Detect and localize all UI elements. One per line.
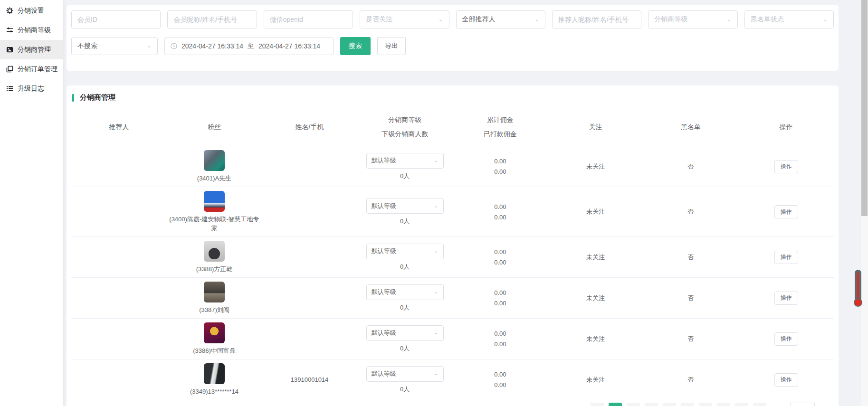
blacklist-value: 否 [643, 376, 739, 384]
fan-name: (3386)中国富鼎 [167, 346, 262, 355]
pagination-page[interactable] [735, 403, 748, 406]
pagination [591, 403, 815, 406]
level-select[interactable]: 默认等级⌄ [366, 284, 444, 300]
member-id-input[interactable] [71, 10, 161, 28]
avatar [204, 150, 225, 171]
fan-name: (3387)刘闯 [167, 305, 262, 314]
commission-total: 0.00 [453, 203, 548, 210]
search-mode-select[interactable]: 不搜索 ⌄ [71, 37, 158, 55]
table-row: 总店 (3387)刘闯 默认等级⌄ 0人 0.000.00 未关注 否 操作 [71, 277, 834, 318]
avatar [204, 191, 225, 212]
col-fans: 粉丝 [167, 123, 262, 132]
sidebar-item-label: 分销商管理 [18, 46, 51, 54]
distributor-level-select[interactable]: 分销商等级 ⌄ [648, 10, 737, 28]
chevron-down-icon: ⌄ [434, 203, 439, 208]
chevron-down-icon: ⌄ [438, 17, 443, 22]
referrer-search-input[interactable] [552, 10, 641, 28]
commission-total: 0.00 [453, 371, 548, 378]
export-button[interactable]: 导出 [377, 37, 406, 55]
level-select[interactable]: 默认等级⌄ [366, 325, 444, 341]
date-range-picker[interactable]: 2024-04-27 16:33:14 至 2024-04-27 16:33:1… [164, 37, 334, 55]
sidebar-item-label: 分销设置 [18, 7, 44, 15]
commission-total: 0.00 [453, 289, 548, 296]
distributor-table-panel: 分销商管理 推荐人 粉丝 姓名/手机 分销商等级下级分销商人数 累计佣金已打款佣… [67, 85, 839, 406]
follow-status: 未关注 [548, 162, 643, 171]
referrer-badge: 总店 [109, 375, 128, 385]
fan-name: (3401)A先生 [167, 174, 262, 183]
page-title: 分销商管理 [80, 93, 115, 102]
sidebar-item-label: 分销商等级 [18, 26, 51, 35]
sub-distributor-count: 0人 [357, 172, 453, 180]
thermometer-icon [853, 270, 863, 309]
blacklist-status-select[interactable]: 黑名单状态 ⌄ [744, 10, 834, 28]
blacklist-value: 否 [643, 294, 739, 302]
copy-icon [6, 66, 13, 73]
pagination-page[interactable] [627, 403, 640, 406]
filter-panel: 是否关注 ⌄ 全部推荐人 ⌄ 分销商等级 ⌄ 黑名单状态 ⌄ 不搜索 ⌄ 202… [67, 5, 839, 71]
sub-distributor-count: 0人 [357, 217, 453, 226]
follow-status: 未关注 [548, 253, 643, 262]
table-row: 总店 (3386)中国富鼎 默认等级⌄ 0人 0.000.00 未关注 否 操作 [71, 318, 834, 359]
level-select[interactable]: 默认等级⌄ [366, 366, 444, 382]
gear-icon [6, 7, 13, 14]
chevron-down-icon: ⌄ [147, 43, 152, 48]
col-action: 操作 [738, 123, 834, 132]
card-icon [6, 46, 13, 53]
level-select[interactable]: 默认等级⌄ [366, 198, 444, 214]
scrollbar-thumb[interactable] [861, 0, 868, 216]
panel-title: 分销商管理 [71, 93, 834, 102]
row-action-button[interactable]: 操作 [774, 292, 798, 305]
sidebar-item-distributor-management[interactable]: 分销商管理 [0, 40, 63, 59]
pagination-page[interactable] [645, 403, 658, 406]
pagination-page[interactable] [663, 403, 676, 406]
row-action-button[interactable]: 操作 [774, 205, 798, 218]
col-follow: 关注 [548, 123, 643, 132]
sidebar-item-distribution-settings[interactable]: 分销设置 [0, 1, 63, 20]
pagination-page[interactable] [717, 403, 730, 406]
blacklist-value: 否 [643, 335, 739, 343]
level-select[interactable]: 默认等级⌄ [366, 244, 444, 259]
sub-distributor-count: 0人 [357, 263, 453, 271]
referrer-select[interactable]: 全部推荐人 ⌄ [456, 10, 545, 28]
commission-paid: 0.00 [453, 340, 548, 348]
pagination-prev-button[interactable] [591, 403, 604, 406]
table-row: 总店 (3401)A先生 默认等级⌄ 0人 0.000.00 未关注 否 操作 [71, 146, 834, 187]
sub-distributor-count: 0人 [357, 303, 453, 312]
name-phone: 13910001014 [262, 376, 357, 383]
date-end: 2024-04-27 16:33:14 [258, 42, 320, 50]
pagination-size-select[interactable] [790, 403, 815, 406]
follow-status: 未关注 [548, 335, 643, 343]
member-nickname-input[interactable] [167, 10, 257, 28]
row-action-button[interactable]: 操作 [774, 160, 798, 173]
follow-status: 未关注 [548, 208, 643, 216]
referrer-badge: 总店 [109, 334, 128, 344]
commission-paid: 0.00 [453, 259, 548, 266]
pagination-page-active[interactable] [609, 403, 622, 406]
sidebar-item-distribution-orders[interactable]: 分销订单管理 [0, 59, 63, 79]
follow-status: 未关注 [548, 376, 643, 384]
pagination-page[interactable] [699, 403, 712, 406]
sidebar-item-upgrade-log[interactable]: 升级日志 [0, 79, 63, 98]
referrer-badge: 总店 [109, 207, 128, 217]
blacklist-value: 否 [643, 208, 739, 216]
row-action-button[interactable]: 操作 [774, 373, 798, 387]
pagination-page[interactable] [753, 403, 766, 406]
pagination-page[interactable] [681, 403, 694, 406]
col-name-phone: 姓名/手机 [262, 123, 357, 132]
follow-status-select[interactable]: 是否关注 ⌄ [360, 10, 449, 28]
level-select[interactable]: 默认等级⌄ [366, 153, 444, 169]
sidebar-item-distributor-levels[interactable]: 分销商等级 [0, 20, 63, 40]
col-commission: 累计佣金已打款佣金 [453, 116, 548, 139]
table-row: 总店 (3349)13*******14 13910001014 默认等级⌄ 0… [71, 359, 834, 400]
wechat-openid-input[interactable] [264, 10, 353, 28]
col-referrer: 推荐人 [71, 123, 167, 132]
table-row: 总店 (3388)方正乾 默认等级⌄ 0人 0.000.00 未关注 否 操作 [71, 236, 834, 277]
referrer-badge: 总店 [109, 162, 128, 171]
sidebar: 分销设置 分销商等级 分销商管理 分销订单管理 升级日志 [0, 0, 63, 406]
commission-paid: 0.00 [453, 300, 548, 307]
search-button[interactable]: 搜索 [340, 37, 371, 55]
row-action-button[interactable]: 操作 [774, 251, 798, 264]
row-action-button[interactable]: 操作 [774, 332, 798, 346]
date-start: 2024-04-27 16:33:14 [181, 42, 243, 50]
blacklist-value: 否 [643, 162, 739, 171]
